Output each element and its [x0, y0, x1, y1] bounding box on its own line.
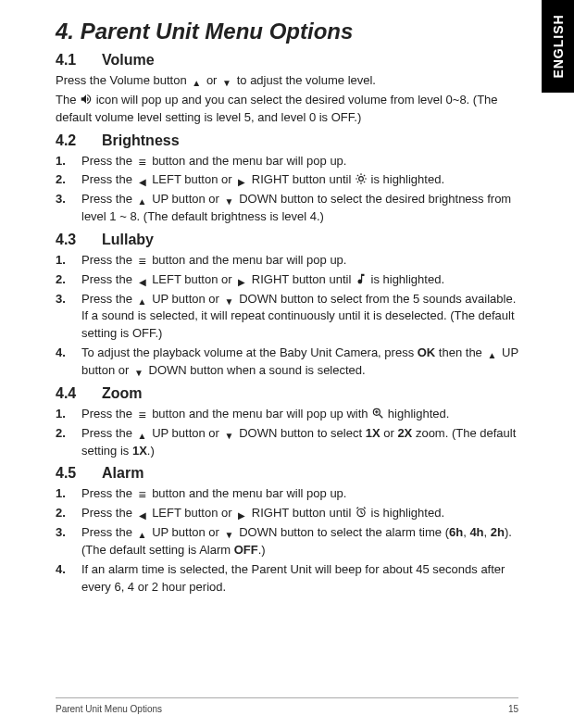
step-number: 1. [56, 252, 66, 270]
down-triangle-icon [220, 76, 233, 89]
text: UP button or [149, 192, 223, 206]
alarm-steps: 1. Press the button and the menu bar wil… [56, 485, 518, 596]
text: Press the [81, 253, 136, 267]
text: UP button or [149, 525, 223, 539]
lullaby-steps: 1. Press the button and the menu bar wil… [56, 252, 518, 380]
step-number: 3. [56, 191, 66, 208]
down-triangle-icon [132, 366, 145, 379]
left-triangle-icon [136, 175, 149, 188]
list-item: 2. Press the LEFT button or RIGHT button… [56, 271, 518, 289]
text: .) [147, 444, 155, 458]
step-number: 2. [56, 425, 66, 443]
volume-text-2: The icon will pop up and you can select … [56, 92, 518, 127]
text: The [56, 93, 80, 107]
svg-point-0 [359, 177, 364, 182]
text: button and the menu bar will pop up. [149, 154, 347, 168]
text: DOWN button when a sound is selected. [145, 363, 366, 377]
text: then the [435, 345, 485, 359]
section-title: Volume [102, 52, 155, 68]
footer-page-number: 15 [508, 704, 518, 714]
up-triangle-icon [136, 528, 149, 541]
menu-icon [136, 156, 149, 169]
text: Press the [81, 154, 136, 168]
up-triangle-icon [136, 295, 149, 308]
page-footer: Parent Unit Menu Options 15 [56, 697, 518, 714]
text: or [381, 426, 398, 440]
step-number: 1. [56, 485, 66, 503]
text: Press the [81, 292, 136, 306]
section-number: 4.5 [56, 465, 102, 482]
text: LEFT button or [149, 272, 236, 286]
step-number: 2. [56, 171, 66, 189]
section-alarm-heading: 4.5Alarm [56, 465, 518, 482]
menu-icon [136, 255, 149, 268]
list-item: 3. Press the UP button or DOWN button to… [56, 191, 518, 226]
page: ENGLISH 4. Parent Unit Menu Options 4.1V… [0, 0, 574, 728]
footer-left: Parent Unit Menu Options [56, 704, 162, 714]
zoom-1x: 1X [366, 426, 381, 440]
text: DOWN button to select the alarm time ( [236, 525, 449, 539]
step-number: 1. [56, 153, 66, 170]
section-lullaby-heading: 4.3Lullaby [56, 232, 518, 248]
down-triangle-icon [223, 195, 236, 207]
text: , [484, 525, 491, 539]
down-triangle-icon [223, 295, 236, 308]
text: button and the menu bar will pop up with [149, 407, 372, 420]
zoom-icon [371, 407, 384, 420]
section-brightness-heading: 4.2Brightness [56, 132, 518, 149]
down-triangle-icon [223, 528, 236, 541]
list-item: 1. Press the button and the menu bar wil… [56, 406, 518, 423]
step-number: 4. [56, 561, 66, 579]
step-number: 1. [56, 406, 66, 423]
section-title: Lullaby [102, 232, 154, 247]
alarm-off: OFF [234, 543, 258, 557]
volume-text-1: Press the Volume button or to adjust the… [56, 72, 518, 90]
text: Press the [81, 172, 136, 186]
text: Press the [81, 426, 136, 440]
right-triangle-icon [235, 175, 248, 188]
text: DOWN button to select [236, 426, 366, 440]
brightness-icon [355, 172, 368, 185]
step-number: 3. [56, 524, 66, 542]
up-triangle-icon [190, 76, 203, 89]
text: Press the [81, 192, 136, 206]
right-triangle-icon [235, 275, 248, 288]
svg-line-8 [364, 175, 365, 176]
text: highlighted. [388, 407, 450, 420]
text: button and the menu bar will pop up. [149, 486, 347, 500]
text: is highlighted. [371, 172, 445, 186]
list-item: 4. If an alarm time is selected, the Par… [56, 561, 518, 596]
text: UP button or [149, 426, 223, 440]
text: is highlighted. [371, 506, 445, 520]
up-triangle-icon [136, 195, 149, 207]
text: To adjust the playback volume at the Bab… [81, 345, 418, 359]
alarm-2h: 2h [491, 525, 505, 539]
list-item: 1. Press the button and the menu bar wil… [56, 252, 518, 270]
svg-line-17 [364, 508, 366, 508]
text: LEFT button or [149, 172, 236, 186]
menu-icon [136, 488, 149, 501]
section-title: Alarm [102, 465, 144, 481]
svg-line-6 [364, 182, 365, 182]
text: is highlighted. [371, 272, 445, 286]
section-number: 4.2 [56, 132, 102, 149]
music-note-icon [355, 272, 368, 285]
up-triangle-icon [136, 429, 149, 442]
text: Press the [81, 407, 136, 420]
section-title: Brightness [102, 132, 180, 148]
step-number: 2. [56, 271, 66, 289]
section-number: 4.1 [56, 52, 102, 69]
up-triangle-icon [485, 348, 498, 361]
list-item: 2. Press the UP button or DOWN button to… [56, 425, 518, 460]
text: icon will pop up and you can select the … [56, 93, 498, 124]
right-triangle-icon [235, 508, 248, 521]
left-triangle-icon [136, 275, 149, 288]
step-number: 3. [56, 291, 66, 308]
step-number: 4. [56, 345, 66, 362]
alarm-clock-icon [355, 506, 368, 519]
language-label: ENGLISH [551, 14, 566, 78]
text: If an alarm time is selected, the Parent… [81, 562, 505, 594]
list-item: 2. Press the LEFT button or RIGHT button… [56, 505, 518, 522]
text: LEFT button or [149, 506, 236, 520]
brightness-steps: 1. Press the button and the menu bar wil… [56, 153, 518, 226]
